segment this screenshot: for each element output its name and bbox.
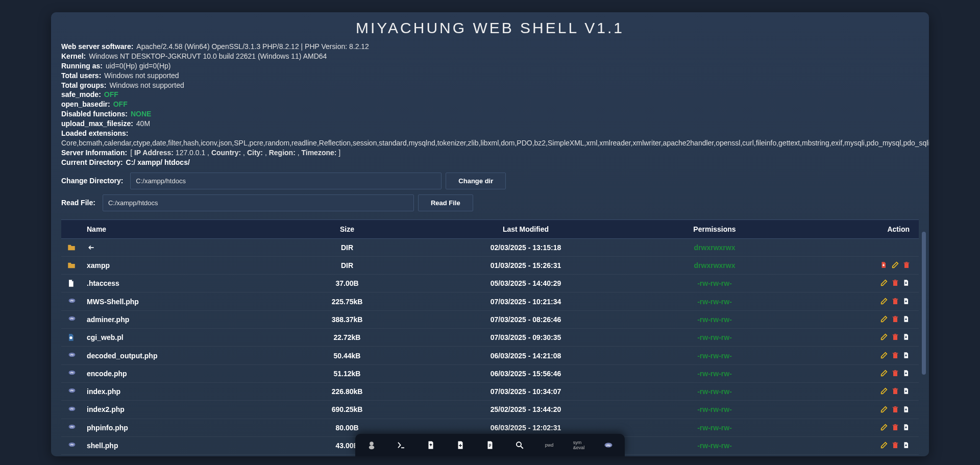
file-permissions: -rw-rw-rw- xyxy=(633,275,796,292)
delete-icon[interactable] xyxy=(902,261,912,270)
taskbar-file-up-icon[interactable] xyxy=(426,440,436,450)
taskbar-sym-eval-icon[interactable]: sym&eval xyxy=(574,440,584,450)
download-icon[interactable] xyxy=(902,405,912,414)
taskbar-file-plus-icon[interactable] xyxy=(455,440,465,450)
edit-icon[interactable] xyxy=(880,405,889,414)
table-row[interactable]: phpdecoded_output.php50.44kB06/03/2025 -… xyxy=(61,347,919,364)
edit-icon[interactable] xyxy=(891,261,900,270)
file-size: 50.44kB xyxy=(276,347,419,364)
download-icon[interactable] xyxy=(902,279,912,288)
file-name[interactable]: adminer.php xyxy=(82,310,276,328)
kernel-label: Kernel: xyxy=(61,52,86,61)
download-icon[interactable] xyxy=(902,315,912,324)
delete-icon[interactable] xyxy=(891,387,900,396)
edit-icon[interactable] xyxy=(880,279,889,288)
delete-icon[interactable] xyxy=(891,297,900,306)
web-server-label: Web server software: xyxy=(61,42,133,52)
table-row[interactable]: phpadminer.php388.37kB07/03/2025 - 08:26… xyxy=(61,310,919,328)
file-permissions: -rw-rw-rw- xyxy=(633,329,796,347)
download-icon[interactable] xyxy=(902,387,912,396)
file-actions xyxy=(796,238,919,256)
edit-icon[interactable] xyxy=(880,369,889,378)
table-row[interactable]: phpMWS-Shell.php225.75kB07/03/2025 - 10:… xyxy=(61,292,919,310)
table-row[interactable]: phpindex.php226.80kB07/03/2025 - 10:34:0… xyxy=(61,382,919,400)
taskbar-file-doc-icon[interactable] xyxy=(485,440,495,450)
file-name[interactable]: MWS-Shell.php xyxy=(82,292,276,310)
col-perm-header[interactable]: Permissions xyxy=(633,219,796,238)
file-name[interactable]: .htaccess xyxy=(82,275,276,292)
svg-text:php: php xyxy=(70,354,74,356)
delete-icon[interactable] xyxy=(891,333,900,342)
delete-icon[interactable] xyxy=(891,423,900,432)
taskbar-search-icon[interactable] xyxy=(514,440,525,450)
col-size-header[interactable]: Size xyxy=(276,219,419,238)
delete-icon[interactable] xyxy=(891,351,900,360)
file-size: DIR xyxy=(276,238,419,256)
file-permissions: -rw-rw-rw- xyxy=(633,310,796,328)
taskbar-penguin-icon[interactable] xyxy=(366,440,377,450)
download-icon[interactable] xyxy=(902,423,912,432)
file-name[interactable]: encode.php xyxy=(82,364,276,382)
php-icon: php xyxy=(67,423,76,432)
edit-icon[interactable] xyxy=(880,333,889,342)
file-name[interactable]: index2.php xyxy=(82,401,276,419)
taskbar-terminal-icon[interactable] xyxy=(396,440,406,450)
table-row[interactable]: cgi_web.pl22.72kB07/03/2025 - 09:30:35-r… xyxy=(61,329,919,347)
php-icon: php xyxy=(67,441,76,450)
download-icon[interactable] xyxy=(902,333,912,342)
open-basedir-value: OFF xyxy=(113,100,128,109)
delete-icon[interactable] xyxy=(891,441,900,450)
edit-icon[interactable] xyxy=(880,387,889,396)
change-dir-input[interactable] xyxy=(130,173,442,189)
read-file-button[interactable]: Read File xyxy=(418,194,473,211)
table-row[interactable]: .htaccess37.00B05/03/2025 - 14:40:29-rw-… xyxy=(61,275,919,292)
download-icon[interactable] xyxy=(880,261,889,270)
file-actions xyxy=(796,275,919,292)
download-icon[interactable] xyxy=(902,351,912,360)
change-dir-button[interactable]: Change dir xyxy=(446,173,506,189)
file-name[interactable]: xampp xyxy=(82,256,276,274)
file-actions xyxy=(796,382,919,400)
table-row[interactable]: phpencode.php51.12kB06/03/2025 - 15:56:4… xyxy=(61,364,919,382)
read-file-input[interactable] xyxy=(103,194,414,211)
delete-icon[interactable] xyxy=(891,369,900,378)
col-mod-header[interactable]: Last Modified xyxy=(419,219,633,238)
php-icon: php xyxy=(67,405,76,414)
file-name[interactable]: shell.php xyxy=(82,436,276,454)
edit-icon[interactable] xyxy=(880,315,889,324)
delete-icon[interactable] xyxy=(891,315,900,324)
file-name[interactable] xyxy=(82,238,276,256)
col-name-header[interactable]: Name xyxy=(82,219,276,238)
svg-point-22 xyxy=(517,442,521,447)
table-row[interactable]: phpindex2.php690.25kB25/02/2025 - 13:44:… xyxy=(61,401,919,419)
svg-text:php: php xyxy=(70,318,74,320)
svg-text:php: php xyxy=(70,390,74,392)
edit-icon[interactable] xyxy=(880,351,889,360)
file-permissions: -rw-rw-rw- xyxy=(633,401,796,419)
edit-icon[interactable] xyxy=(880,441,889,450)
delete-icon[interactable] xyxy=(891,279,900,288)
scrollbar-thumb[interactable] xyxy=(922,232,926,375)
table-row[interactable]: DIR02/03/2025 - 13:15:18drwxrwxrwx xyxy=(61,238,919,256)
edit-icon[interactable] xyxy=(880,297,889,306)
download-icon[interactable] xyxy=(902,297,912,306)
table-row[interactable]: xamppDIR01/03/2025 - 15:26:31drwxrwxrwx xyxy=(61,256,919,274)
file-name[interactable]: cgi_web.pl xyxy=(82,329,276,347)
file-name[interactable]: index.php xyxy=(82,382,276,400)
edit-icon[interactable] xyxy=(880,423,889,432)
file-modified: 05/03/2025 - 14:40:29 xyxy=(419,275,633,292)
delete-icon[interactable] xyxy=(891,405,900,414)
taskbar-php-icon[interactable]: php xyxy=(603,440,614,450)
taskbar-pwd-icon[interactable]: pwd xyxy=(544,440,554,450)
file-modified: 06/03/2025 - 15:56:46 xyxy=(419,364,633,382)
file-name[interactable]: decoded_output.php xyxy=(82,347,276,364)
disabled-fns-value: NONE xyxy=(131,109,151,119)
col-icon-header xyxy=(61,219,82,238)
running-as-label: Running as: xyxy=(61,61,103,71)
file-name[interactable]: phpinfo.php xyxy=(82,419,276,436)
current-dir-value[interactable]: C:/ xampp/ htdocs/ xyxy=(126,158,190,167)
current-dir-label: Current Directory: xyxy=(61,158,123,167)
svg-point-18 xyxy=(369,446,375,450)
download-icon[interactable] xyxy=(902,369,912,378)
download-icon[interactable] xyxy=(902,441,912,450)
